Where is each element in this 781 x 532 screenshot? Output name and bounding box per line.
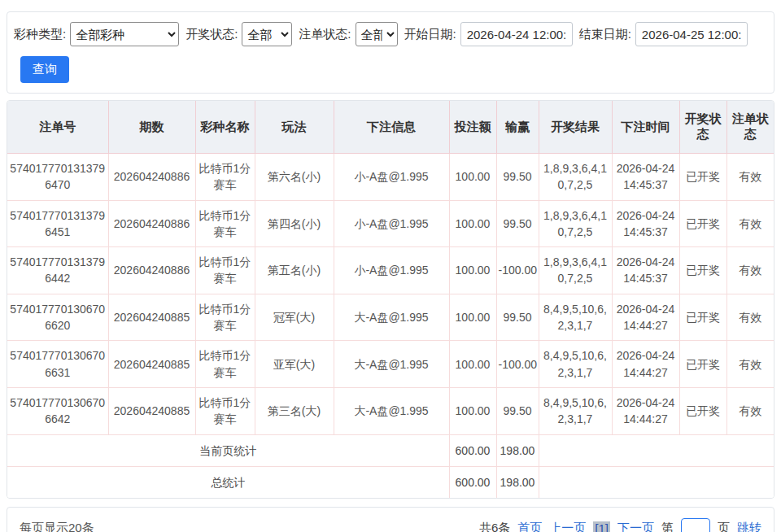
start-date-input[interactable] bbox=[460, 22, 573, 46]
current-page-indicator[interactable]: [1] bbox=[593, 521, 610, 532]
table-cell: 8,4,9,5,10,6,2,3,1,7 bbox=[539, 387, 612, 434]
table-cell: 比特币1分赛车 bbox=[195, 294, 255, 341]
draw-status-label: 开奖状态: bbox=[185, 27, 238, 42]
lottery-type-label: 彩种类型: bbox=[14, 27, 66, 42]
jump-suffix-text: 页 bbox=[718, 521, 730, 532]
table-cell: 有效 bbox=[726, 200, 774, 247]
table-cell: 第六名(小) bbox=[255, 154, 334, 201]
table-cell: 8,4,9,5,10,6,2,3,1,7 bbox=[539, 294, 612, 341]
next-page-link[interactable]: 下一页 bbox=[617, 521, 654, 532]
table-cell: 有效 bbox=[726, 387, 774, 434]
lottery-type-select[interactable]: 全部彩种 bbox=[70, 22, 179, 46]
column-header: 下注时间 bbox=[612, 101, 679, 154]
column-header: 期数 bbox=[108, 101, 195, 154]
table-cell: 2026-04-24 14:44:27 bbox=[612, 294, 679, 341]
table-cell: 已开奖 bbox=[679, 247, 726, 294]
table-cell: 亚军(大) bbox=[255, 341, 334, 388]
table-cell: 小-A盘@1.995 bbox=[334, 154, 449, 201]
total-count-text: 共6条 bbox=[479, 521, 510, 532]
summary-label: 总统计 bbox=[7, 466, 449, 498]
table-cell: 已开奖 bbox=[679, 294, 726, 341]
table-cell: 有效 bbox=[726, 154, 774, 201]
summary-label: 当前页统计 bbox=[7, 434, 449, 466]
table-cell: 100.00 bbox=[449, 294, 496, 341]
table-cell: 比特币1分赛车 bbox=[195, 247, 255, 294]
table-cell: 小-A盘@1.995 bbox=[334, 200, 449, 247]
table-row: 5740177701306706631202604240885比特币1分赛车亚军… bbox=[7, 341, 774, 388]
table-cell: 100.00 bbox=[449, 341, 496, 388]
table-row: 5740177701313796451202604240886比特币1分赛车第四… bbox=[7, 200, 774, 247]
table-cell: 2026-04-24 14:44:27 bbox=[612, 341, 679, 388]
table-cell: 2026-04-24 14:45:37 bbox=[612, 200, 679, 247]
table-cell: 有效 bbox=[726, 247, 774, 294]
end-date-label: 结束日期: bbox=[579, 27, 631, 42]
table-cell: 1,8,9,3,6,4,10,7,2,5 bbox=[539, 154, 612, 201]
table-cell: 100.00 bbox=[449, 154, 496, 201]
summary-winloss-total: 198.00 bbox=[496, 434, 539, 466]
prev-page-link[interactable]: 上一页 bbox=[549, 521, 586, 532]
summary-row: 总统计600.00198.00 bbox=[7, 466, 774, 498]
table-row: 5740177701313796470202604240886比特币1分赛车第六… bbox=[7, 154, 774, 201]
summary-empty-cell bbox=[539, 434, 774, 466]
jump-prefix-text: 第 bbox=[661, 521, 674, 532]
start-date-label: 开始日期: bbox=[404, 27, 456, 42]
table-cell: -100.00 bbox=[496, 341, 539, 388]
column-header: 投注额 bbox=[449, 101, 496, 154]
column-header: 输赢 bbox=[496, 101, 539, 154]
first-page-link[interactable]: 首页 bbox=[517, 521, 542, 532]
query-button[interactable]: 查询 bbox=[20, 56, 69, 83]
table-header-row: 注单号期数彩种名称玩法下注信息投注额输赢开奖结果下注时间开奖状态注单状态 bbox=[7, 101, 774, 154]
filter-row: 彩种类型: 全部彩种 开奖状态: 全部 注单状态: 全部 开始日期: 结束日期: bbox=[14, 22, 767, 46]
table-cell: 5740177701306706620 bbox=[7, 294, 108, 341]
page-size-text: 每页显示20条 bbox=[20, 521, 94, 532]
jump-button[interactable]: 跳转 bbox=[737, 521, 761, 532]
column-header: 注单号 bbox=[7, 101, 108, 154]
table-cell: -100.00 bbox=[496, 247, 539, 294]
table-cell: 100.00 bbox=[449, 200, 496, 247]
table-cell: 已开奖 bbox=[679, 154, 726, 201]
table-cell: 有效 bbox=[726, 341, 774, 388]
table-cell: 99.50 bbox=[496, 294, 539, 341]
summary-row: 当前页统计600.00198.00 bbox=[7, 434, 774, 466]
bet-status-select[interactable]: 全部 bbox=[356, 22, 398, 46]
table-cell: 第五名(小) bbox=[255, 247, 334, 294]
table-cell: 小-A盘@1.995 bbox=[334, 247, 449, 294]
table-cell: 已开奖 bbox=[679, 387, 726, 434]
table-cell: 有效 bbox=[726, 294, 774, 341]
table-cell: 比特币1分赛车 bbox=[195, 154, 255, 201]
bet-status-label: 注单状态: bbox=[299, 27, 351, 42]
table-cell: 第三名(大) bbox=[255, 387, 334, 434]
table-cell: 5740177701306706631 bbox=[7, 341, 108, 388]
table-cell: 202604240886 bbox=[108, 247, 195, 294]
column-header: 开奖状态 bbox=[679, 101, 726, 154]
table-cell: 99.50 bbox=[496, 154, 539, 201]
table-cell: 99.50 bbox=[496, 387, 539, 434]
table-row: 5740177701306706620202604240885比特币1分赛车冠军… bbox=[7, 294, 774, 341]
table-cell: 大-A盘@1.995 bbox=[334, 341, 449, 388]
column-header: 开奖结果 bbox=[539, 101, 612, 154]
table-row: 5740177701306706642202604240885比特币1分赛车第三… bbox=[7, 387, 774, 434]
table-cell: 2026-04-24 14:45:37 bbox=[612, 154, 679, 201]
table-cell: 大-A盘@1.995 bbox=[334, 387, 449, 434]
table-cell: 5740177701313796470 bbox=[7, 154, 108, 201]
table-cell: 202604240885 bbox=[108, 341, 195, 388]
bet-records-table: 注单号期数彩种名称玩法下注信息投注额输赢开奖结果下注时间开奖状态注单状态 574… bbox=[7, 101, 774, 498]
table-cell: 第四名(小) bbox=[255, 200, 334, 247]
table-cell: 8,4,9,5,10,6,2,3,1,7 bbox=[539, 341, 612, 388]
draw-status-select[interactable]: 全部 bbox=[242, 22, 292, 46]
table-cell: 5740177701313796442 bbox=[7, 247, 108, 294]
table-cell: 202604240886 bbox=[108, 154, 195, 201]
table-cell: 1,8,9,3,6,4,10,7,2,5 bbox=[539, 247, 612, 294]
table-cell: 比特币1分赛车 bbox=[195, 200, 255, 247]
end-date-input[interactable] bbox=[635, 22, 748, 46]
table-cell: 2026-04-24 14:44:27 bbox=[612, 387, 679, 434]
column-header: 玩法 bbox=[255, 101, 334, 154]
table-cell: 已开奖 bbox=[679, 200, 726, 247]
table-cell: 5740177701313796451 bbox=[7, 200, 108, 247]
table-cell: 202604240885 bbox=[108, 387, 195, 434]
footer-panel: 每页显示20条 共6条 首页 上一页 [1] 下一页 第 页 跳转 bbox=[7, 507, 774, 532]
table-cell: 大-A盘@1.995 bbox=[334, 294, 449, 341]
page-jump-input[interactable] bbox=[681, 518, 710, 532]
table-row: 5740177701313796442202604240886比特币1分赛车第五… bbox=[7, 247, 774, 294]
summary-bet-total: 600.00 bbox=[449, 434, 496, 466]
